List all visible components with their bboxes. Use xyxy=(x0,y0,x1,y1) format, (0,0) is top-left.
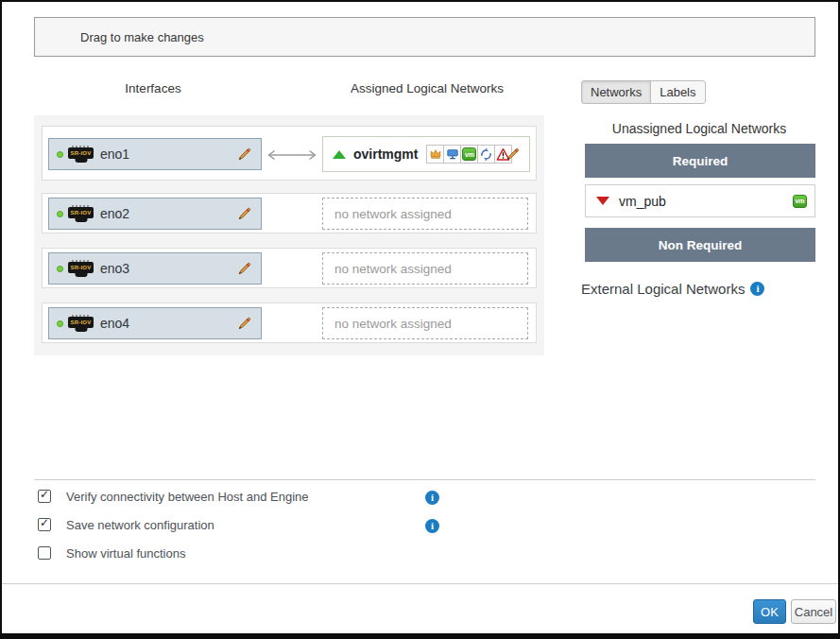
external-networks-info-icon[interactable]: i xyxy=(750,282,764,296)
network-role-badges: vm xyxy=(427,145,512,164)
vm-network-icon: vm xyxy=(793,195,807,208)
ok-button[interactable]: OK xyxy=(753,599,786,624)
interface-eno4[interactable]: SR-IOV eno4 xyxy=(48,307,262,339)
management-network-icon xyxy=(426,145,444,164)
sriov-nic-icon: SR-IOV xyxy=(68,317,94,328)
network-drop-zone[interactable]: no network assigned xyxy=(322,307,528,339)
interfaces-panel: SR-IOV eno1 ovirtmgmt xyxy=(34,115,544,355)
external-networks-title: External Logical Networks i xyxy=(581,281,764,297)
edit-network-icon[interactable] xyxy=(505,147,521,163)
network-drop-zone[interactable]: no network assigned xyxy=(322,252,528,285)
network-down-triangle-icon xyxy=(596,197,609,205)
network-up-triangle-icon xyxy=(333,150,346,159)
option-row-verify-connectivity: Verify connectivity between Host and Eng… xyxy=(38,488,309,505)
drag-hint-label: Drag to make changes xyxy=(80,30,204,44)
option-label: Show virtual functions xyxy=(66,546,185,561)
interface-name: eno4 xyxy=(100,316,129,331)
option-checkbox-1[interactable] xyxy=(38,518,51,531)
sriov-nic-icon: SR-IOV xyxy=(68,262,94,273)
non-required-section-header: Non Required xyxy=(585,228,815,262)
interface-name: eno1 xyxy=(100,147,129,162)
interfaces-column-header: Interfaces xyxy=(34,81,272,95)
status-up-icon xyxy=(57,211,63,217)
tab-networks[interactable]: Networks xyxy=(581,80,651,104)
no-network-label: no network assigned xyxy=(334,317,452,331)
migration-network-icon xyxy=(477,145,495,164)
edit-interface-icon[interactable] xyxy=(236,316,252,332)
option-checkbox-2[interactable] xyxy=(38,546,51,560)
cancel-button[interactable]: Cancel xyxy=(791,599,836,624)
option-row-show-virtual-functions: Show virtual functions xyxy=(38,544,185,561)
interface-name: eno2 xyxy=(100,206,129,221)
option-label: Save network configuration xyxy=(66,518,214,532)
drag-hint-banner: Drag to make changes xyxy=(34,17,815,57)
vm-network-icon: vm xyxy=(460,145,478,164)
connection-arrow-icon xyxy=(266,141,318,169)
interface-row-eno2: SR-IOV eno2 no network assigned xyxy=(42,193,537,233)
option-row-save-configuration: Save network configuration i xyxy=(38,516,214,533)
network-name: ovirtmgmt xyxy=(353,147,418,162)
no-network-label: no network assigned xyxy=(334,207,452,221)
assigned-networks-column-header: Assigned Logical Networks xyxy=(306,81,548,95)
side-panel-tabs: Networks Labels xyxy=(581,80,706,104)
interface-eno3[interactable]: SR-IOV eno3 xyxy=(48,252,262,285)
network-drop-zone[interactable]: no network assigned xyxy=(322,198,528,230)
interface-eno1[interactable]: SR-IOV eno1 xyxy=(48,138,262,170)
save-configuration-info-icon[interactable]: i xyxy=(425,519,439,533)
unassigned-network-vm_pub[interactable]: vm_pub vm xyxy=(585,184,815,217)
required-section-header: Required xyxy=(585,144,815,178)
interface-row-eno3: SR-IOV eno3 no network assigned xyxy=(42,248,537,288)
interface-row-eno4: SR-IOV eno4 no network assigned xyxy=(42,302,537,343)
options-divider xyxy=(34,479,815,480)
option-checkbox-0[interactable] xyxy=(38,490,51,503)
status-up-icon xyxy=(57,320,63,327)
network-name: vm_pub xyxy=(619,194,783,209)
interface-eno2[interactable]: SR-IOV eno2 xyxy=(48,198,262,230)
sriov-nic-icon: SR-IOV xyxy=(68,207,94,218)
status-up-icon xyxy=(57,151,63,158)
assigned-network-ovirtmgmt[interactable]: ovirtmgmt vm xyxy=(322,136,530,172)
unassigned-networks-title: Unassigned Logical Networks xyxy=(583,121,815,136)
interface-name: eno3 xyxy=(100,261,129,276)
edit-interface-icon[interactable] xyxy=(236,261,252,277)
no-network-label: no network assigned xyxy=(334,262,452,276)
verify-connectivity-info-icon[interactable]: i xyxy=(425,491,439,505)
status-up-icon xyxy=(57,266,63,272)
edit-interface-icon[interactable] xyxy=(236,147,252,163)
setup-host-networks-dialog: Drag to make changes Interfaces Assigned… xyxy=(0,0,840,639)
tab-labels[interactable]: Labels xyxy=(650,80,705,104)
sriov-nic-icon: SR-IOV xyxy=(68,147,94,159)
footer-divider xyxy=(2,583,838,584)
edit-interface-icon[interactable] xyxy=(236,206,252,222)
option-label: Verify connectivity between Host and Eng… xyxy=(66,490,309,504)
display-network-icon xyxy=(443,145,461,164)
interface-row-eno1: SR-IOV eno1 ovirtmgmt xyxy=(42,126,537,181)
